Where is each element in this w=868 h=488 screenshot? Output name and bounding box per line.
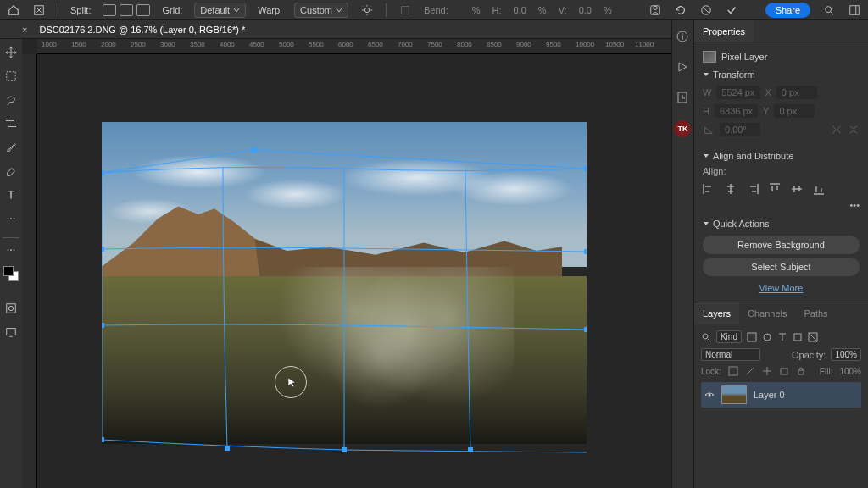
layers-tabs: Layers Channels Paths xyxy=(694,302,868,324)
remove-background-button[interactable]: Remove Background xyxy=(703,236,860,254)
kind-filter[interactable]: Kind xyxy=(716,330,742,343)
eraser-tool[interactable] xyxy=(3,163,19,180)
share-button[interactable]: Share xyxy=(765,3,810,18)
guides-icon[interactable] xyxy=(648,3,662,17)
play-icon[interactable] xyxy=(675,59,690,75)
search-icon[interactable] xyxy=(822,3,836,17)
document-canvas[interactable] xyxy=(102,122,587,444)
lock-label: Lock: xyxy=(701,367,721,376)
quick-actions-label: Quick Actions xyxy=(713,219,770,229)
angle-field[interactable]: 0.00° xyxy=(720,123,760,136)
cancel-icon[interactable] xyxy=(699,3,713,17)
align-section[interactable]: Align and Distribute xyxy=(703,147,860,164)
lock-all-icon[interactable] xyxy=(796,366,806,376)
split-horz-icon[interactable] xyxy=(136,4,150,16)
close-tab-icon[interactable]: × xyxy=(22,25,27,35)
tk-panel-icon[interactable]: TK xyxy=(674,120,691,137)
grid-dropdown[interactable]: Default xyxy=(194,3,246,18)
width-field[interactable]: 5524 px xyxy=(716,86,760,99)
more-tools-icon[interactable] xyxy=(3,237,19,254)
panel-collapse-strip: TK xyxy=(671,20,693,488)
info-icon[interactable] xyxy=(675,29,690,44)
opacity-field[interactable]: 100% xyxy=(831,348,861,361)
filter-adjust-icon[interactable] xyxy=(762,332,772,342)
fill-field[interactable]: 100% xyxy=(839,367,861,376)
svg-point-40 xyxy=(708,394,710,396)
marquee-tool[interactable] xyxy=(3,68,19,85)
home-icon[interactable] xyxy=(7,3,20,17)
filter-type-icon[interactable] xyxy=(777,332,787,342)
crop-tool[interactable] xyxy=(3,115,19,132)
quick-actions-section[interactable]: Quick Actions xyxy=(703,215,860,232)
split-both-icon[interactable] xyxy=(103,4,116,16)
lock-row: Lock: Fill: 100% xyxy=(701,363,861,379)
tab-layers[interactable]: Layers xyxy=(694,302,739,324)
align-center-v-icon[interactable] xyxy=(791,183,803,195)
flip-h-icon[interactable] xyxy=(831,124,843,136)
orientation-icon[interactable] xyxy=(398,3,412,17)
filter-pixel-icon[interactable] xyxy=(747,332,757,342)
blend-mode-select[interactable]: Normal xyxy=(701,348,760,361)
workspace-icon[interactable] xyxy=(848,3,861,17)
ruler-tick: 3000 xyxy=(160,41,175,48)
filter-shape-icon[interactable] xyxy=(793,332,803,342)
svg-rect-17 xyxy=(7,329,16,336)
flip-v-icon[interactable] xyxy=(848,124,860,136)
filter-smart-icon[interactable] xyxy=(808,332,818,342)
align-center-h-icon[interactable] xyxy=(725,183,737,195)
canvas-area[interactable] xyxy=(37,54,671,488)
transform-section[interactable]: Transform xyxy=(703,66,860,83)
ruler-tick: 4000 xyxy=(220,41,235,48)
move-tool[interactable] xyxy=(3,44,19,61)
align-left-icon[interactable] xyxy=(703,183,715,195)
ruler-tick: 4500 xyxy=(249,41,264,48)
ruler-horizontal[interactable]: 1000150020002500300035004000450050005500… xyxy=(37,39,671,54)
svg-rect-38 xyxy=(781,369,787,374)
tab-paths[interactable]: Paths xyxy=(795,302,836,324)
ruler-tick: 7500 xyxy=(427,41,442,48)
screenmode-icon[interactable] xyxy=(3,324,19,341)
lock-paint-icon[interactable] xyxy=(745,366,755,376)
workspace: 1000150020002500300035004000450050005500… xyxy=(22,39,671,488)
y-field[interactable]: 0 px xyxy=(774,104,815,118)
transform-hy-row: H 6336 px Y 0 px xyxy=(703,102,860,120)
history-icon[interactable] xyxy=(675,90,690,105)
layer-thumbnail[interactable] xyxy=(721,385,747,404)
document-tab[interactable]: × DSC02176 2.DNG @ 16.7% (Layer 0, RGB/1… xyxy=(22,25,245,35)
brush-tool[interactable] xyxy=(3,139,19,156)
quickmask-icon[interactable] xyxy=(3,300,19,317)
align-top-icon[interactable] xyxy=(769,183,781,195)
transform-angle-row: 0.00° xyxy=(703,120,860,139)
dots-icon[interactable] xyxy=(3,210,19,227)
gear-icon[interactable] xyxy=(360,3,374,17)
lock-nest-icon[interactable] xyxy=(779,366,789,376)
color-swatch[interactable] xyxy=(3,266,19,281)
lock-trans-icon[interactable] xyxy=(728,366,738,376)
tab-properties[interactable]: Properties xyxy=(694,20,754,42)
layer-name[interactable]: Layer 0 xyxy=(754,390,785,400)
split-vert-icon[interactable] xyxy=(120,4,133,16)
ruler-tick: 1500 xyxy=(71,41,86,48)
cursor-arrow-icon xyxy=(288,378,297,388)
image-content xyxy=(102,122,587,444)
lock-pos-icon[interactable] xyxy=(762,366,772,376)
commit-icon[interactable] xyxy=(725,3,738,17)
cancel-transform-icon[interactable] xyxy=(32,3,46,17)
warp-dropdown[interactable]: Custom xyxy=(294,3,348,18)
ruler-vertical[interactable] xyxy=(22,54,37,488)
reset-icon[interactable] xyxy=(674,3,687,17)
filter-search-icon[interactable] xyxy=(701,332,711,342)
x-field[interactable]: 0 px xyxy=(776,86,817,99)
align-right-icon[interactable] xyxy=(747,183,759,195)
view-more-link[interactable]: View More xyxy=(703,280,860,297)
layer-row[interactable]: Layer 0 xyxy=(701,382,861,408)
height-field[interactable]: 6336 px xyxy=(715,104,758,118)
select-subject-button[interactable]: Select Subject xyxy=(703,258,860,276)
visibility-icon[interactable] xyxy=(704,390,715,400)
lasso-tool[interactable] xyxy=(3,92,19,108)
align-bottom-icon[interactable] xyxy=(813,183,825,195)
svg-rect-33 xyxy=(748,333,756,341)
more-options-icon[interactable]: ••• xyxy=(703,200,860,210)
text-tool[interactable] xyxy=(3,186,19,203)
tab-channels[interactable]: Channels xyxy=(739,302,795,324)
